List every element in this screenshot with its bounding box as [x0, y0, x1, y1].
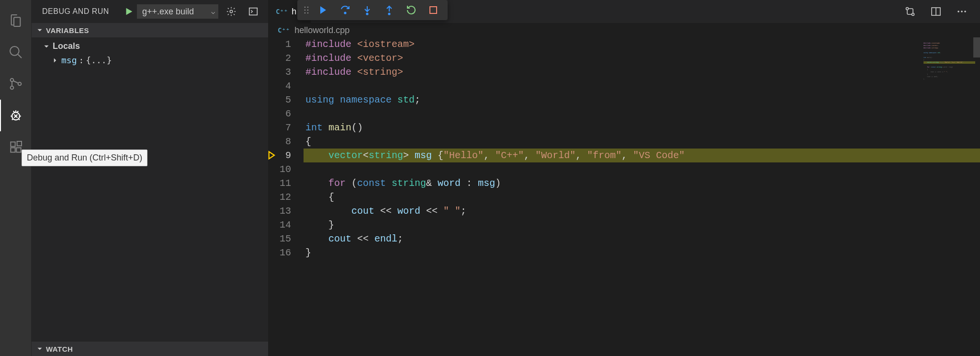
svg-point-11	[304, 7, 306, 8]
activity-debug[interactable]	[0, 100, 32, 131]
line-number: 13	[268, 204, 291, 218]
variables-label: VARIABLES	[46, 26, 89, 34]
svg-point-3	[18, 82, 21, 86]
gear-icon[interactable]	[222, 5, 240, 18]
svg-point-17	[344, 12, 346, 13]
line-number: 12	[268, 190, 291, 204]
debug-config-select[interactable]: g++.exe build	[137, 4, 218, 19]
svg-point-26	[964, 11, 966, 12]
code-content[interactable]: #include <iostream> #include <vector> #i…	[304, 37, 980, 356]
debug-toolbar	[297, 0, 448, 20]
scrollbar-thumb[interactable]	[973, 37, 980, 57]
line-number: 11	[268, 176, 291, 190]
line-number: 7	[268, 121, 291, 135]
cpp-icon: C⁺⁺	[278, 26, 290, 34]
line-number: 16	[268, 246, 291, 260]
continue-button[interactable]	[313, 0, 334, 20]
step-over-button[interactable]	[335, 0, 356, 20]
line-number: 6	[268, 107, 291, 121]
start-debug-button[interactable]	[122, 5, 136, 18]
svg-rect-20	[430, 7, 437, 13]
line-gutter: 1 2 3 4 5 6 7 8 9 10 11 12 13 14 15 16	[268, 37, 304, 356]
current-execution-line: vector<string> msg {"Hello", "C++", "Wor…	[304, 149, 980, 162]
svg-point-13	[304, 10, 306, 11]
locals-scope[interactable]: Locals	[32, 39, 268, 53]
watch-section-header[interactable]: WATCH	[32, 342, 268, 356]
svg-point-14	[307, 10, 309, 11]
line-number: 9	[268, 149, 291, 162]
chevron-right-icon	[51, 56, 59, 65]
debug-console-icon[interactable]	[244, 5, 262, 18]
tab-label: h	[292, 7, 296, 17]
split-editor-icon[interactable]	[926, 5, 946, 18]
svg-point-21	[906, 8, 909, 10]
svg-point-16	[307, 12, 309, 14]
code-editor[interactable]: 1 2 3 4 5 6 7 8 9 10 11 12 13 14 15 16 #…	[268, 37, 980, 356]
variables-section-header[interactable]: VARIABLES	[32, 23, 268, 37]
cpp-icon: C⁺⁺	[276, 8, 288, 15]
line-number: 3	[268, 65, 291, 79]
svg-point-18	[366, 13, 368, 14]
sidebar-header: DEBUG AND RUN g++.exe build	[32, 0, 268, 23]
svg-rect-5	[11, 142, 15, 146]
svg-rect-7	[16, 148, 21, 152]
variable-value: {...}	[86, 55, 112, 65]
svg-rect-10	[249, 8, 258, 15]
breadcrumb[interactable]: C⁺⁺ helloworld.cpp	[268, 23, 980, 37]
activity-explorer[interactable]	[0, 5, 32, 36]
svg-point-22	[912, 13, 914, 16]
line-number: 15	[268, 232, 291, 246]
variable-name: msg	[61, 55, 77, 65]
watch-label: WATCH	[46, 345, 73, 353]
activity-bar: Debug and Run (Ctrl+Shift+D)	[0, 0, 32, 356]
svg-point-9	[230, 10, 233, 13]
svg-rect-8	[17, 141, 21, 146]
sidebar-title: DEBUG AND RUN	[37, 7, 109, 16]
tab-bar: C⁺⁺ h	[268, 0, 980, 23]
line-number: 8	[268, 135, 291, 149]
restart-button[interactable]	[401, 0, 422, 20]
locals-label: Locals	[53, 41, 80, 51]
variables-body: Locals msg: {...}	[32, 37, 268, 69]
chevron-down-icon	[42, 42, 51, 51]
step-out-button[interactable]	[379, 0, 400, 20]
editor-area: C⁺⁺ h C⁺⁺ helloworld.cpp 1 2 3	[268, 0, 980, 356]
svg-rect-6	[11, 148, 15, 152]
more-actions-icon[interactable]	[952, 5, 971, 18]
line-number: 4	[268, 79, 291, 93]
line-number: 1	[268, 37, 291, 51]
svg-point-12	[307, 7, 309, 8]
line-number: 5	[268, 93, 291, 107]
breadcrumb-file: helloworld.cpp	[294, 25, 349, 35]
stop-button[interactable]	[423, 0, 444, 20]
svg-point-25	[961, 11, 963, 12]
svg-point-0	[10, 46, 19, 56]
chevron-down-icon	[35, 345, 44, 353]
compare-changes-icon[interactable]	[901, 5, 920, 18]
line-number: 14	[268, 218, 291, 232]
activity-tooltip: Debug and Run (Ctrl+Shift+D)	[22, 149, 147, 166]
line-number: 10	[268, 162, 291, 176]
debug-start-group: g++.exe build	[122, 4, 218, 19]
svg-point-19	[388, 13, 390, 14]
svg-point-1	[10, 79, 13, 82]
svg-point-15	[304, 12, 306, 14]
svg-point-2	[10, 86, 13, 90]
debug-sidebar: DEBUG AND RUN g++.exe build VARIABLES Lo…	[32, 0, 268, 356]
step-into-button[interactable]	[357, 0, 378, 20]
drag-handle-icon[interactable]	[301, 5, 312, 15]
activity-scm[interactable]	[0, 68, 32, 100]
line-number: 2	[268, 51, 291, 65]
activity-search[interactable]	[0, 36, 32, 68]
chevron-down-icon	[35, 26, 44, 34]
minimap[interactable]: #include <iostream> #include <vector> #i…	[921, 40, 978, 126]
editor-actions	[901, 0, 980, 23]
variable-row[interactable]: msg: {...}	[32, 53, 268, 67]
svg-point-24	[957, 11, 959, 12]
